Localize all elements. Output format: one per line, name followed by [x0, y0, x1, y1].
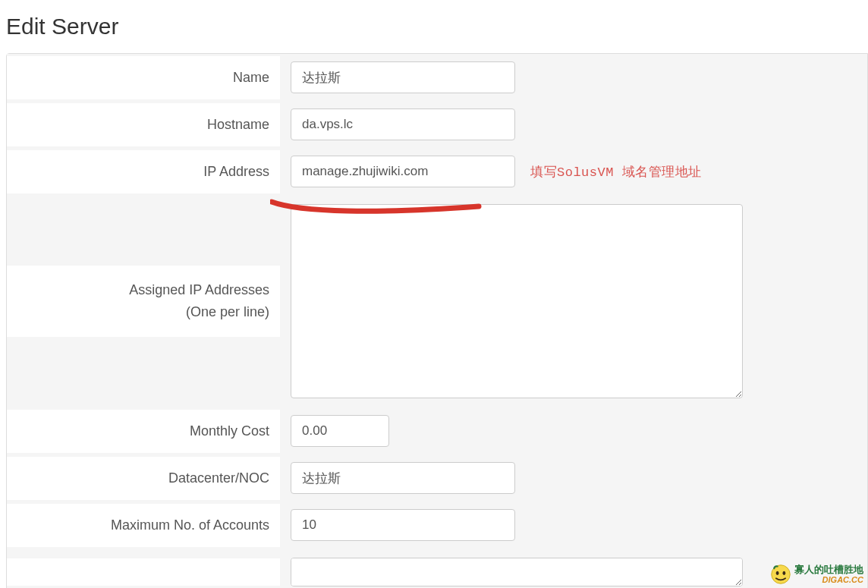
row-name: Name [7, 54, 867, 101]
assigned-ips-textarea[interactable] [291, 204, 743, 398]
svg-point-2 [782, 571, 785, 575]
datacenter-input[interactable] [291, 462, 515, 494]
row-monthly-cost: Monthly Cost [7, 407, 867, 454]
ip-address-input[interactable] [291, 156, 515, 187]
label-assigned-ips: Assigned IP Addresses (One per line) [7, 266, 280, 337]
page-title: Edit Server [0, 0, 868, 53]
label-hostname: Hostname [7, 103, 280, 146]
watermark-line2: DIGAC.CC [794, 575, 863, 584]
label-assigned-ips-line1: Assigned IP Addresses [14, 279, 269, 301]
monthly-cost-input[interactable] [291, 415, 389, 447]
watermark: 寡人的吐槽胜地 DIGAC.CC [770, 564, 863, 585]
label-bottom-empty [7, 558, 280, 586]
row-hostname: Hostname [7, 101, 867, 148]
watermark-face-icon [770, 564, 791, 585]
label-datacenter: Datacenter/NOC [7, 457, 280, 500]
hostname-input[interactable] [291, 108, 515, 140]
row-ip-address: IP Address 填写SolusVM 域名管理地址 [7, 148, 867, 195]
ip-address-hint: 填写SolusVM 域名管理地址 [530, 163, 702, 181]
label-assigned-ips-line2: (One per line) [14, 301, 269, 323]
label-monthly-cost: Monthly Cost [7, 410, 280, 453]
row-max-accounts: Maximum No. of Accounts [7, 502, 867, 549]
edit-server-form: Name Hostname IP Address 填写SolusVM 域名管理地… [6, 53, 868, 588]
svg-point-1 [776, 571, 779, 575]
watermark-line1: 寡人的吐槽胜地 [794, 564, 863, 575]
max-accounts-input[interactable] [291, 509, 515, 541]
label-name: Name [7, 56, 280, 99]
name-input[interactable] [291, 61, 515, 93]
label-ip-address: IP Address [7, 150, 280, 193]
row-bottom-textarea [7, 549, 867, 588]
row-assigned-ips: Assigned IP Addresses (One per line) [7, 195, 867, 407]
bottom-textarea[interactable] [291, 558, 743, 586]
label-max-accounts: Maximum No. of Accounts [7, 504, 280, 547]
row-datacenter: Datacenter/NOC [7, 454, 867, 502]
